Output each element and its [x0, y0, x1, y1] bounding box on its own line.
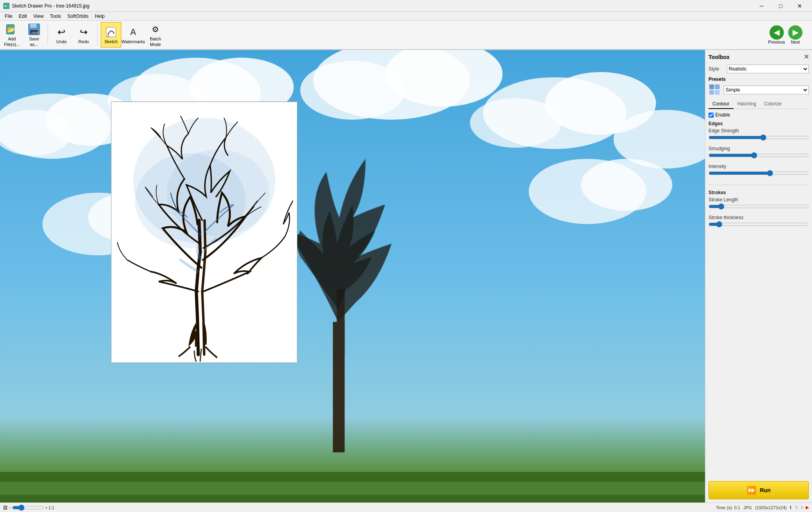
menu-bar: File Edit View Tools SoftOrbits Help	[0, 12, 812, 21]
batch-mode-button[interactable]: ⚙ Batch Mode	[145, 22, 166, 48]
save-as-icon: SAVE	[28, 23, 40, 36]
redo-icon: ↪	[77, 26, 90, 38]
intensity-label: Intensity	[709, 164, 809, 169]
spacer	[709, 233, 809, 481]
svg-point-19	[300, 61, 404, 120]
twitter-icon[interactable]: 𝕏	[795, 505, 798, 510]
minimize-button[interactable]: ─	[753, 0, 771, 12]
stroke-thickness-slider[interactable]	[709, 221, 809, 227]
intensity-slider[interactable]	[709, 170, 809, 176]
sketch-icon: ✏	[105, 26, 117, 38]
batch-mode-label: Batch	[150, 36, 161, 41]
intensity-group: Intensity	[709, 164, 809, 178]
toolbox-title-text: Toolbox	[709, 54, 730, 60]
zoom-plus[interactable]: +	[45, 505, 47, 510]
run-label: Run	[760, 487, 770, 493]
strokes-section-header: Strokes	[709, 190, 809, 195]
canvas-area[interactable]	[0, 50, 705, 502]
svg-text:✏: ✏	[107, 35, 110, 38]
prev-next-area: ◀ Previous ▶ Next	[768, 25, 802, 44]
edge-strength-group: Edge Strength	[709, 128, 809, 142]
sketch-button[interactable]: ✏ Sketch	[101, 22, 121, 48]
sketch-canvas	[111, 101, 297, 363]
sketch-label: Sketch	[104, 39, 118, 44]
save-as-button[interactable]: SAVE Save as...	[24, 22, 44, 48]
tab-colorize[interactable]: Colorize	[760, 99, 785, 109]
add-file-icon: 📂	[6, 23, 18, 36]
main-area: Toolbox ✕ Style Realistic Simple Artisti…	[0, 50, 812, 502]
presets-select[interactable]: Simple Detailed Soft Hard	[724, 86, 809, 94]
run-icon: ⏩	[747, 485, 756, 495]
time-label: Time (s): 0.1	[716, 505, 740, 510]
edge-strength-slider[interactable]	[709, 134, 809, 141]
toolbox-title-row: Toolbox ✕	[709, 53, 809, 61]
svg-point-35	[167, 149, 269, 236]
tab-hatching[interactable]: Hatching	[733, 99, 760, 109]
enable-label[interactable]: Enable	[715, 112, 730, 118]
save-as-label: Save	[29, 36, 39, 41]
menu-help[interactable]: Help	[92, 13, 108, 20]
add-file-label: Add	[8, 36, 16, 41]
svg-text:✏: ✏	[4, 4, 8, 8]
facebook-icon[interactable]: f	[801, 505, 802, 510]
enable-row: Enable	[709, 112, 809, 118]
status-right: Time (s): 0.1 JPG (1920x1272x24) ℹ 𝕏 f ▶	[716, 505, 809, 510]
redo-button[interactable]: ↪ Redo	[73, 22, 94, 48]
svg-rect-38	[709, 90, 714, 95]
style-select[interactable]: Realistic Simple Artistic	[727, 65, 809, 73]
undo-label: Undo	[56, 39, 67, 44]
edges-section-header: Edges	[709, 121, 809, 126]
undo-button[interactable]: ↩ Undo	[51, 22, 72, 48]
title-bar-text: Sketch Drawer Pro - tree-164915.jpg	[12, 3, 753, 9]
zoom-minus[interactable]: −	[9, 505, 11, 510]
svg-rect-39	[715, 90, 720, 95]
dimensions-label: (1920x1272x24)	[755, 505, 787, 510]
zoom-slider[interactable]	[12, 504, 44, 511]
menu-file[interactable]: File	[2, 13, 15, 20]
svg-text:📂: 📂	[7, 26, 15, 33]
run-button[interactable]: ⏩ Run	[709, 481, 809, 499]
svg-rect-5	[30, 24, 36, 28]
edge-strength-label: Edge Strength	[709, 128, 809, 134]
svg-point-27	[581, 159, 672, 211]
presets-label: Presets	[709, 76, 809, 82]
title-bar-controls: ─ □ ✕	[753, 0, 809, 12]
next-label: Next	[791, 40, 800, 44]
enable-checkbox[interactable]	[709, 113, 714, 118]
menu-view[interactable]: View	[30, 13, 47, 20]
svg-rect-37	[715, 84, 720, 89]
stroke-length-slider[interactable]	[709, 203, 809, 210]
previous-button[interactable]: ◀ Previous	[768, 25, 785, 44]
previous-circle: ◀	[770, 25, 784, 40]
stroke-length-group: Stroke Length	[709, 197, 809, 211]
svg-text:SAVE: SAVE	[31, 31, 38, 34]
smudging-slider[interactable]	[709, 152, 809, 159]
title-bar: ✏ Sketch Drawer Pro - tree-164915.jpg ─ …	[0, 0, 812, 12]
menu-softorbits[interactable]: SoftOrbits	[64, 13, 92, 20]
stroke-length-label: Stroke Length	[709, 197, 809, 203]
add-file-button[interactable]: 📂 Add File(s)...	[2, 22, 22, 48]
presets-row: Simple Detailed Soft Hard	[709, 84, 809, 96]
menu-edit[interactable]: Edit	[15, 13, 30, 20]
toolbar-sep2	[97, 24, 98, 46]
status-zoom: − + 1:1	[9, 504, 54, 511]
smudging-group: Smudging	[709, 146, 809, 160]
next-button[interactable]: ▶ Next	[788, 25, 802, 44]
next-circle: ▶	[788, 25, 802, 40]
smudging-label: Smudging	[709, 146, 809, 151]
redo-label: Redo	[79, 39, 89, 44]
watermarks-button[interactable]: A Watermarks	[123, 22, 144, 48]
background-svg	[0, 50, 705, 502]
save-as-label2: as...	[30, 42, 38, 47]
tree-sketch-svg	[111, 102, 297, 363]
info-icon[interactable]: ℹ	[790, 505, 791, 510]
maximize-button[interactable]: □	[772, 0, 790, 12]
close-button[interactable]: ✕	[791, 0, 809, 12]
menu-tools[interactable]: Tools	[47, 13, 64, 20]
tab-contour[interactable]: Contour	[709, 99, 733, 109]
format-label: JPG	[743, 505, 752, 510]
stroke-thickness-label: Stroke thickness	[709, 215, 809, 220]
toolbar: 📂 Add File(s)... SAVE Save as... ↩ Undo …	[0, 21, 812, 50]
youtube-icon[interactable]: ▶	[806, 505, 809, 510]
toolbox-close-button[interactable]: ✕	[804, 53, 809, 61]
